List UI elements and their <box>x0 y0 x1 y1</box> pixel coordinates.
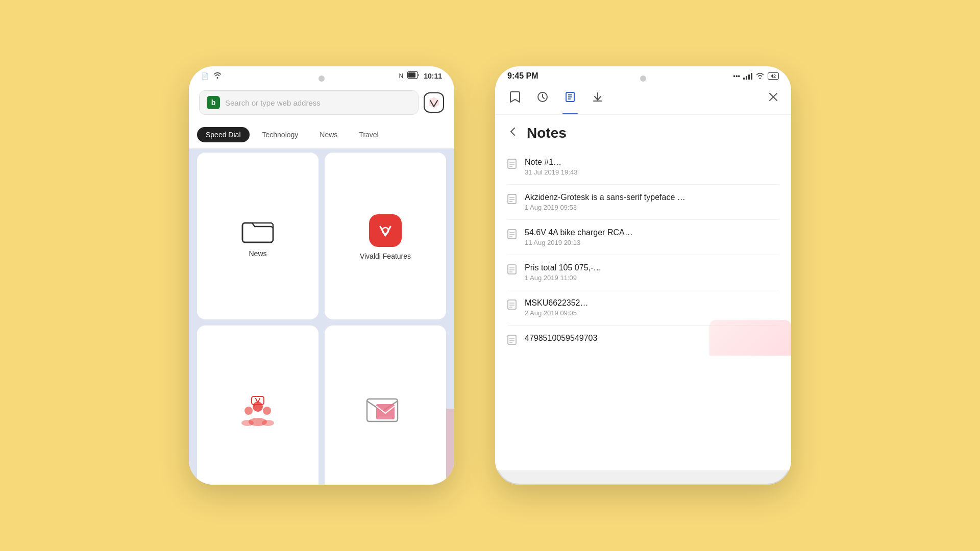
note-item-2[interactable]: Akzidenz-Grotesk is a sans-serif typefac… <box>507 185 779 220</box>
phone-right: 9:45 PM ••• 42 <box>495 66 791 485</box>
right-screen: Notes Note #1… 3 <box>495 83 791 470</box>
folder-icon <box>241 217 274 244</box>
left-screen: b Search or type web address Speed Dial … <box>189 82 454 485</box>
note-doc-icon-4 <box>507 264 517 277</box>
notes-list: Note #1… 31 Jul 2019 19:43 <box>495 149 791 356</box>
phone-left: 📄 N 10:11 <box>189 66 454 485</box>
wifi-icon <box>213 71 222 80</box>
wifi-right-icon <box>755 72 765 81</box>
tab-news[interactable]: News <box>311 127 346 142</box>
nfc-icon: N <box>399 72 404 80</box>
svg-rect-32 <box>508 265 516 274</box>
note-content-3: 54.6V 4A bike charger RCA… 11 Aug 2019 2… <box>525 228 779 246</box>
svg-point-3 <box>376 221 395 240</box>
notes-header: Notes <box>495 115 791 149</box>
notes-nav-icon[interactable] <box>562 89 578 108</box>
svg-point-9 <box>241 420 254 426</box>
right-status-icons-left: N 10:11 <box>399 71 442 80</box>
tab-travel[interactable]: Travel <box>350 127 387 142</box>
document-icon: 📄 <box>201 72 209 80</box>
notes-title: Notes <box>527 125 567 141</box>
search-bar-container: b Search or type web address <box>189 82 454 123</box>
svg-rect-1 <box>408 72 415 78</box>
svg-point-7 <box>263 407 271 415</box>
note-item-6[interactable]: 4798510059549703 <box>507 325 779 356</box>
svg-rect-20 <box>508 159 516 168</box>
phones-container: 📄 N 10:11 <box>189 66 791 485</box>
note-date-1: 31 Jul 2019 19:43 <box>525 168 779 176</box>
signal-icon <box>743 72 752 80</box>
left-status-icons: 📄 <box>201 71 222 80</box>
tab-speed-dial[interactable]: Speed Dial <box>197 127 250 142</box>
clock-icon[interactable] <box>535 89 550 108</box>
note-title-6: 4798510059549703 <box>525 334 779 343</box>
note-title-4: Pris total 105 075,-… <box>525 263 779 272</box>
tab-technology[interactable]: Technology <box>254 127 307 142</box>
note-content-5: MSKU6622352… 2 Aug 2019 09:05 <box>525 298 779 317</box>
more-icon: ••• <box>733 72 740 80</box>
community-icon <box>237 392 278 428</box>
note-content-1: Note #1… 31 Jul 2019 19:43 <box>525 158 779 176</box>
search-bar[interactable]: b Search or type web address <box>199 90 419 115</box>
note-date-5: 2 Aug 2019 09:05 <box>525 309 779 317</box>
note-doc-icon-2 <box>507 194 517 207</box>
tabs-row: Speed Dial Technology News Travel <box>189 123 454 148</box>
note-item-5[interactable]: MSKU6622352… 2 Aug 2019 09:05 <box>507 290 779 325</box>
vivaldi-features-label: Vivaldi Features <box>360 252 411 260</box>
battery-icon-left <box>407 71 420 80</box>
battery-right-icon: 42 <box>768 72 779 80</box>
svg-point-6 <box>244 407 253 415</box>
note-doc-icon-5 <box>507 299 517 312</box>
vivaldi-v-button[interactable] <box>424 92 444 113</box>
svg-point-10 <box>262 420 274 426</box>
bing-icon: b <box>207 96 220 109</box>
right-status-icons: ••• 42 <box>733 72 779 81</box>
note-item-3[interactable]: 54.6V 4A bike charger RCA… 11 Aug 2019 2… <box>507 220 779 255</box>
note-title-1: Note #1… <box>525 158 779 167</box>
note-content-6: 4798510059549703 <box>525 334 779 344</box>
svg-rect-28 <box>508 230 516 239</box>
svg-rect-36 <box>508 300 516 309</box>
time-left: 10:11 <box>424 72 442 80</box>
nav-icons-left <box>507 89 605 108</box>
svg-rect-13 <box>376 404 395 419</box>
note-content-2: Akzidenz-Grotesk is a sans-serif typefac… <box>525 193 779 211</box>
news-label: News <box>249 249 266 258</box>
note-date-4: 1 Aug 2019 11:09 <box>525 274 779 282</box>
time-right: 9:45 PM <box>507 71 538 81</box>
speed-dial-news[interactable]: News <box>197 153 318 319</box>
svg-rect-24 <box>508 194 516 204</box>
note-date-2: 1 Aug 2019 09:53 <box>525 204 779 211</box>
speed-dial-community[interactable] <box>197 325 318 485</box>
speed-dial-vivaldi[interactable]: Vivaldi Features <box>325 153 446 319</box>
phone-camera <box>318 76 325 82</box>
vivaldi-logo-icon <box>369 214 402 247</box>
notes-nav <box>495 83 791 115</box>
speed-dial-grid: News Vivaldi Features <box>189 148 454 485</box>
close-icon[interactable] <box>768 91 779 106</box>
note-title-2: Akzidenz-Grotesk is a sans-serif typefac… <box>525 193 779 202</box>
svg-rect-40 <box>508 335 516 344</box>
mail-icon <box>365 395 406 425</box>
note-doc-icon-6 <box>507 335 517 347</box>
download-icon[interactable] <box>590 89 605 108</box>
bookmark-icon[interactable] <box>507 89 523 108</box>
note-item-4[interactable]: Pris total 105 075,-… 1 Aug 2019 11:09 <box>507 255 779 290</box>
search-placeholder: Search or type web address <box>225 98 411 107</box>
svg-rect-2 <box>242 223 273 242</box>
phone-right-camera <box>640 76 646 82</box>
back-button[interactable] <box>507 126 519 140</box>
note-item-1[interactable]: Note #1… 31 Jul 2019 19:43 <box>507 149 779 185</box>
note-doc-icon-3 <box>507 229 517 242</box>
speed-dial-mail[interactable] <box>325 325 446 485</box>
note-date-3: 11 Aug 2019 20:13 <box>525 239 779 246</box>
note-title-3: 54.6V 4A bike charger RCA… <box>525 228 779 237</box>
note-content-4: Pris total 105 075,-… 1 Aug 2019 11:09 <box>525 263 779 282</box>
note-doc-icon-1 <box>507 159 517 171</box>
note-title-5: MSKU6622352… <box>525 298 779 308</box>
